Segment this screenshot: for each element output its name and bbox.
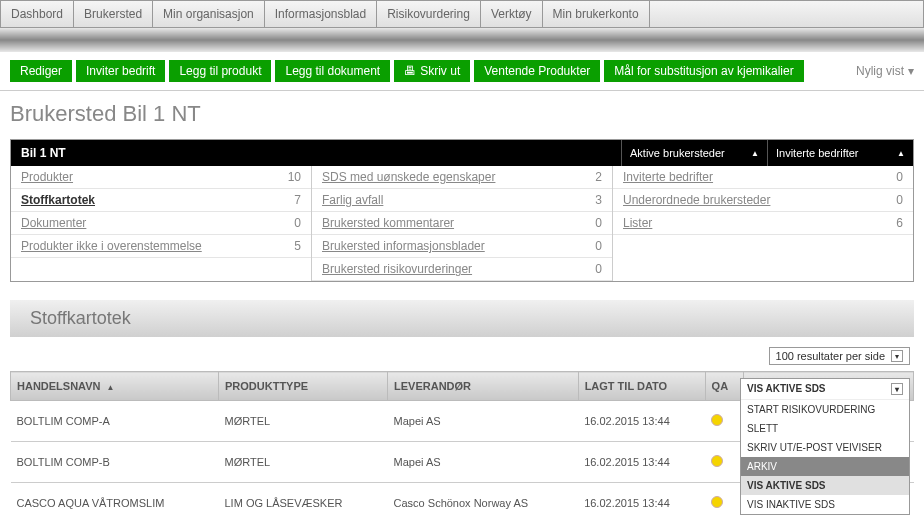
cell-dato: 16.02.2015 13:44 xyxy=(578,442,705,483)
dd1-label: Aktive brukersteder xyxy=(630,147,725,159)
inviter-bedrift-button[interactable]: Inviter bedrift xyxy=(76,60,165,82)
stat-informasjonsblader[interactable]: Brukersted informasjonsblader xyxy=(322,239,485,253)
nav-risikovurdering[interactable]: Risikovurdering xyxy=(377,1,481,27)
stat-kommentarer[interactable]: Brukersted kommentarer xyxy=(322,216,454,230)
action-toolbar: Rediger Inviter bedrift Legg til produkt… xyxy=(0,60,924,91)
section-title: Stoffkartotek xyxy=(10,300,914,337)
legg-til-dokument-button[interactable]: Legg til dokument xyxy=(275,60,390,82)
menu-slett[interactable]: SLETT xyxy=(741,419,909,438)
stat-dokumenter[interactable]: Dokumenter xyxy=(21,216,86,230)
cell-dato: 16.02.2015 13:44 xyxy=(578,483,705,521)
nylig-vist-link[interactable]: Nylig vist ▾ xyxy=(856,64,914,78)
stat-value: 2 xyxy=(595,170,602,184)
col-qa[interactable]: QA xyxy=(705,372,743,401)
menu-skriv-ut-epost[interactable]: SKRIV UT/E-POST VEIVISER xyxy=(741,438,909,457)
cell-navn[interactable]: BOLTLIM COMP-B xyxy=(11,442,219,483)
cell-qa xyxy=(705,442,743,483)
decorative-bar xyxy=(0,28,924,52)
stat-value: 0 xyxy=(294,216,301,230)
stats-col-2: SDS med uønskede egenskaper2 Farlig avfa… xyxy=(311,166,613,281)
rediger-button[interactable]: Rediger xyxy=(10,60,72,82)
stat-value: 3 xyxy=(595,193,602,207)
menu-header[interactable]: VIS AKTIVE SDS ▾ xyxy=(741,379,909,400)
stat-value: 10 xyxy=(288,170,301,184)
stat-risikovurderinger[interactable]: Brukersted risikovurderinger xyxy=(322,262,472,276)
inviterte-bedrifter-dropdown[interactable]: Inviterte bedrifter ▲ xyxy=(767,140,913,166)
aktive-brukersteder-dropdown[interactable]: Aktive brukersteder ▲ xyxy=(621,140,767,166)
dd2-label: Inviterte bedrifter xyxy=(776,147,859,159)
col-handelsnavn[interactable]: HANDELSNAVN▲ xyxy=(11,372,219,401)
stat-farlig-avfall[interactable]: Farlig avfall xyxy=(322,193,383,207)
nav-brukersted[interactable]: Brukersted xyxy=(74,1,153,27)
printer-icon: 🖶 xyxy=(404,64,416,78)
stats-col-3: Inviterte bedrifter0 Underordnede bruker… xyxy=(613,166,913,281)
panel-header: Bil 1 NT Aktive brukersteder ▲ Inviterte… xyxy=(11,140,913,166)
stat-value: 0 xyxy=(595,239,602,253)
stat-produkter[interactable]: Produkter xyxy=(21,170,73,184)
cell-navn[interactable]: CASCO AQUA VÅTROMSLIM xyxy=(11,483,219,521)
stat-underordnede[interactable]: Underordnede brukersteder xyxy=(623,193,770,207)
results-per-page-select[interactable]: 100 resultater per side ▾ xyxy=(769,347,910,365)
stat-value: 6 xyxy=(896,216,903,230)
skriv-ut-label: Skriv ut xyxy=(420,64,460,78)
page-title: Brukersted Bil 1 NT xyxy=(0,91,924,139)
col-lagt-til-dato[interactable]: LAGT TIL DATO xyxy=(578,372,705,401)
nylig-vist-label: Nylig vist xyxy=(856,64,904,78)
stat-value: 0 xyxy=(896,193,903,207)
nav-dashbord[interactable]: Dashbord xyxy=(1,1,74,27)
stat-value: 0 xyxy=(595,216,602,230)
ventende-produkter-button[interactable]: Ventende Produkter xyxy=(474,60,600,82)
menu-start-risiko[interactable]: START RISIKOVURDERING xyxy=(741,400,909,419)
legg-til-produkt-button[interactable]: Legg til produkt xyxy=(169,60,271,82)
stats-col-1: Produkter10 Stoffkartotek7 Dokumenter0 P… xyxy=(11,166,311,281)
col-leverandor[interactable]: LEVERANDØR xyxy=(388,372,579,401)
cell-qa xyxy=(705,401,743,442)
cell-navn[interactable]: BOLTLIM COMP-A xyxy=(11,401,219,442)
triangle-up-icon: ▲ xyxy=(897,149,905,158)
qa-status-dot xyxy=(711,414,723,426)
cell-lev: Casco Schönox Norway AS xyxy=(388,483,579,521)
chevron-down-icon: ▾ xyxy=(908,64,914,78)
menu-vis-aktive-sds[interactable]: VIS AKTIVE SDS xyxy=(741,476,909,495)
stat-inviterte-bedrifter[interactable]: Inviterte bedrifter xyxy=(623,170,713,184)
mal-substitusjon-button[interactable]: Mål for substitusjon av kjemikalier xyxy=(604,60,803,82)
nav-min-organisasjon[interactable]: Min organisasjon xyxy=(153,1,265,27)
summary-panel: Bil 1 NT Aktive brukersteder ▲ Inviterte… xyxy=(10,139,914,282)
menu-collapse-icon[interactable]: ▾ xyxy=(891,383,903,395)
sort-asc-icon: ▲ xyxy=(107,383,115,392)
stat-value: 5 xyxy=(294,239,301,253)
results-bar: 100 resultater per side ▾ xyxy=(0,337,924,371)
stat-value: 0 xyxy=(595,262,602,276)
qa-status-dot xyxy=(711,496,723,508)
dropdown-arrow-icon: ▾ xyxy=(891,350,903,362)
stat-value: 7 xyxy=(294,193,301,207)
results-label: 100 resultater per side xyxy=(776,350,885,362)
cell-lev: Mapei AS xyxy=(388,401,579,442)
stat-sds-uonskede[interactable]: SDS med uønskede egenskaper xyxy=(322,170,495,184)
top-nav: Dashbord Brukersted Min organisasjon Inf… xyxy=(0,0,924,28)
stat-stoffkartotek[interactable]: Stoffkartotek xyxy=(21,193,95,207)
nav-min-brukerkonto[interactable]: Min brukerkonto xyxy=(543,1,650,27)
nav-verktoy[interactable]: Verktøy xyxy=(481,1,543,27)
nav-informasjonsblad[interactable]: Informasjonsblad xyxy=(265,1,377,27)
stat-lister[interactable]: Lister xyxy=(623,216,652,230)
cell-qa xyxy=(705,483,743,521)
qa-status-dot xyxy=(711,455,723,467)
cell-type: LIM OG LÅSEVÆSKER xyxy=(219,483,388,521)
stat-value: 0 xyxy=(896,170,903,184)
cell-type: MØRTEL xyxy=(219,442,388,483)
menu-arkiv[interactable]: ARKIV xyxy=(741,457,909,476)
col-produkttype[interactable]: PRODUKTTYPE xyxy=(219,372,388,401)
cell-dato: 16.02.2015 13:44 xyxy=(578,401,705,442)
row-context-menu: VIS AKTIVE SDS ▾ START RISIKOVURDERING S… xyxy=(740,378,910,515)
stat-produkter-ikke-overenstemmelse[interactable]: Produkter ikke i overenstemmelse xyxy=(21,239,202,253)
menu-header-label: VIS AKTIVE SDS xyxy=(747,383,826,395)
cell-type: MØRTEL xyxy=(219,401,388,442)
menu-vis-inaktive-sds[interactable]: VIS INAKTIVE SDS xyxy=(741,495,909,514)
skriv-ut-button[interactable]: 🖶 Skriv ut xyxy=(394,60,470,82)
panel-title: Bil 1 NT xyxy=(11,140,621,166)
cell-lev: Mapei AS xyxy=(388,442,579,483)
triangle-up-icon: ▲ xyxy=(751,149,759,158)
stats-body: Produkter10 Stoffkartotek7 Dokumenter0 P… xyxy=(11,166,913,281)
